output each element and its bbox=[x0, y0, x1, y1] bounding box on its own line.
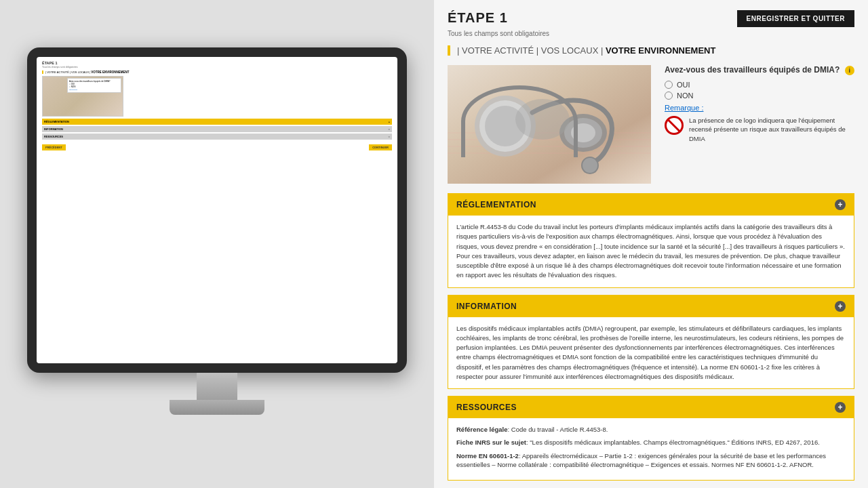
mini-subtitle: Tous les champs sont obligatoires bbox=[42, 66, 392, 68]
ref-line-1: Fiche INRS sur le sujet: "Les dispositif… bbox=[456, 438, 846, 447]
monitor-screen: ÉTAPE 1 Tous les champs sont obligatoire… bbox=[37, 57, 397, 363]
step-title: ÉTAPE 1 bbox=[448, 10, 508, 26]
mini-dmia-box: Avez-vous des travailleurs équipés de DM… bbox=[67, 78, 121, 93]
section-body-ressources: Référence légale: Code du travail - Arti… bbox=[448, 418, 854, 480]
section-title-information: INFORMATION bbox=[456, 302, 517, 311]
mini-section-ressources: RESSOURCES ○ bbox=[42, 134, 392, 140]
radio-oui[interactable]: OUI bbox=[665, 81, 854, 89]
breadcrumb: | VOTRE ACTIVITÉ | VOS LOCAUX | VOTRE EN… bbox=[448, 45, 854, 56]
dmia-question-box: Avez-vous des travailleurs équipés de DM… bbox=[665, 65, 854, 184]
section-header-information[interactable]: INFORMATION + bbox=[448, 296, 854, 317]
section-title-ressources: RESSOURCES bbox=[456, 403, 517, 412]
mandatory-text: Tous les champs sont obligatoires bbox=[448, 30, 854, 37]
section-card-information: INFORMATION + Les dispositifs médicaux i… bbox=[448, 295, 854, 390]
svg-point-11 bbox=[571, 123, 595, 142]
stethoscope-svg bbox=[448, 65, 651, 184]
section-title-reglementation: RÉGLEMENTATION bbox=[456, 200, 536, 209]
remark-content: La présence de ce logo indiquera que l'é… bbox=[665, 116, 854, 143]
dmia-title: Avez-vous des travailleurs équipés de DM… bbox=[665, 65, 854, 75]
mini-breadcrumb: | VOTRE ACTIVITÉ | VOS LOCAUX | VOTRE EN… bbox=[42, 70, 392, 74]
mini-next-btn: CONTINUER bbox=[369, 144, 392, 150]
section-expand-ressources[interactable]: + bbox=[835, 402, 846, 413]
section-card-ressources: RESSOURCES + Référence légale: Code du t… bbox=[448, 396, 854, 481]
mini-image-area: Avez-vous des travailleurs équipés de DM… bbox=[42, 76, 123, 117]
main-image bbox=[448, 65, 651, 184]
monitor-neck bbox=[197, 373, 237, 400]
svg-point-8 bbox=[582, 157, 598, 174]
mini-screen-content: ÉTAPE 1 Tous les champs sont obligatoire… bbox=[37, 57, 397, 363]
radio-group: OUI NON bbox=[665, 81, 854, 100]
section-text-information: Les dispositifs médicaux implantables ac… bbox=[456, 324, 846, 382]
mini-step-title: ÉTAPE 1 bbox=[42, 61, 392, 65]
left-panel: ÉTAPE 1 Tous les champs sont obligatoire… bbox=[0, 0, 434, 488]
section-header-ressources[interactable]: RESSOURCES + bbox=[448, 396, 854, 418]
ref-line-0: Référence légale: Code du travail - Arti… bbox=[456, 425, 846, 434]
monitor-base bbox=[170, 400, 264, 415]
breadcrumb-part1: | VOTRE ACTIVITÉ | VOS LOCAUX | bbox=[457, 45, 603, 56]
radio-non-circle bbox=[665, 92, 673, 100]
section-body-reglementation: L'article R.4453-8 du Code du travail in… bbox=[448, 216, 854, 287]
svg-point-5 bbox=[475, 96, 536, 157]
section-expand-reglementation[interactable]: + bbox=[835, 199, 846, 210]
ref-line-2: Norme EN 60601-1-2: Appareils électroméd… bbox=[456, 451, 846, 470]
section-text-reglementation: L'article R.4453-8 du Code du travail in… bbox=[456, 222, 846, 281]
svg-point-7 bbox=[485, 106, 526, 146]
mini-section-information: INFORMATION ○ bbox=[42, 126, 392, 132]
no-symbol-icon bbox=[665, 116, 684, 135]
monitor-wrapper: ÉTAPE 1 Tous les champs sont obligatoire… bbox=[27, 47, 407, 441]
radio-oui-circle bbox=[665, 81, 673, 89]
remark-label[interactable]: Remarque : bbox=[665, 104, 854, 112]
section-card-reglementation: RÉGLEMENTATION + L'article R.4453-8 du C… bbox=[448, 193, 854, 288]
remark-text: La présence de ce logo indiquera que l'é… bbox=[689, 116, 854, 143]
section-expand-information[interactable]: + bbox=[835, 301, 846, 312]
radio-non[interactable]: NON bbox=[665, 92, 854, 100]
section-header-reglementation[interactable]: RÉGLEMENTATION + bbox=[448, 194, 854, 216]
info-icon: i bbox=[845, 66, 854, 75]
svg-point-6 bbox=[479, 100, 531, 152]
section-body-information: Les dispositifs médicaux implantables ac… bbox=[448, 317, 854, 389]
header-row: ÉTAPE 1 ENREGISTRER ET QUITTER bbox=[448, 10, 854, 27]
svg-rect-0 bbox=[448, 65, 651, 184]
mini-prev-btn: PRÉCÉDENT bbox=[42, 144, 66, 150]
breadcrumb-active: VOTRE ENVIRONNEMENT bbox=[603, 45, 715, 56]
monitor-frame: ÉTAPE 1 Tous les champs sont obligatoire… bbox=[27, 47, 407, 373]
mini-section-reglementation: RÉGLEMENTATION + bbox=[42, 119, 392, 125]
right-panel: ÉTAPE 1 ENREGISTRER ET QUITTER Tous les … bbox=[434, 0, 868, 488]
image-question-row: Avez-vous des travailleurs équipés de DM… bbox=[448, 65, 854, 184]
save-quit-button[interactable]: ENREGISTRER ET QUITTER bbox=[737, 10, 854, 27]
